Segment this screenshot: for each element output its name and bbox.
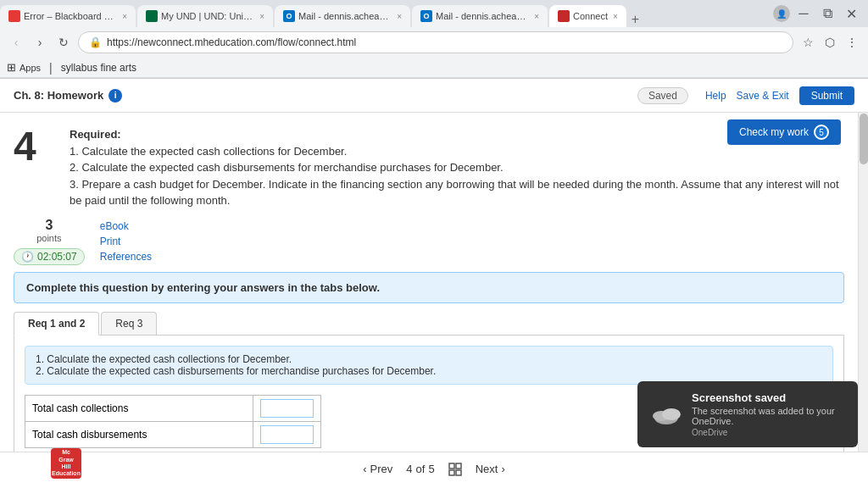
references-link[interactable]: References	[100, 251, 152, 263]
check-work-wrapper: Check my work 5	[727, 119, 841, 145]
submit-button[interactable]: Submit	[799, 86, 854, 105]
prev-chevron-icon: ‹	[363, 463, 366, 475]
ebook-link[interactable]: eBook	[100, 220, 129, 232]
svg-rect-0	[449, 463, 454, 469]
minimize-button[interactable]: ─	[793, 3, 814, 24]
tab-label-und: My UND | UND: Universi...	[161, 11, 254, 21]
user-icon[interactable]: 👤	[773, 5, 790, 22]
top-bar: Ch. 8: Homework i Saved Help Save & Exit…	[0, 79, 868, 113]
meta-row: 3 points 🕐 02:05:07 eBook Print Referenc…	[0, 218, 858, 272]
prev-page-label: Prev	[370, 463, 393, 475]
bookmark-apps[interactable]: ⊞ Apps	[7, 61, 41, 74]
menu-btn[interactable]: ⋮	[843, 33, 861, 52]
restore-button[interactable]: ⧉	[817, 3, 837, 24]
table-row-disbursements: Total cash disbursements	[25, 421, 321, 447]
reload-button[interactable]: ↻	[54, 33, 73, 52]
grid-icon	[448, 463, 462, 476]
bookmark-star[interactable]: ☆	[798, 33, 817, 52]
points-label: points	[14, 233, 85, 243]
instruction-box-text: Complete this question by entering your …	[26, 281, 380, 294]
req-instruction-2: 2. Calculate the expected cash disbursem…	[36, 365, 822, 377]
logo-text: McGrawHillEducation	[52, 449, 81, 478]
timer-icon: 🕐	[21, 251, 34, 263]
collections-input[interactable]	[260, 399, 314, 418]
tab-und[interactable]: My UND | UND: Universi... ×	[137, 5, 273, 27]
question-number: 4	[14, 126, 56, 209]
disbursements-input-cell[interactable]	[253, 421, 321, 447]
onedrive-notification: Screenshot saved The screenshot was adde…	[637, 381, 858, 447]
timer-value: 02:05:07	[37, 251, 77, 263]
collections-input-cell[interactable]	[253, 395, 321, 421]
onedrive-svg	[651, 399, 682, 430]
save-exit-link[interactable]: Save & Exit	[737, 90, 789, 102]
help-link[interactable]: Help	[705, 90, 726, 102]
print-link[interactable]: Print	[100, 236, 121, 247]
check-work-button[interactable]: Check my work 5	[727, 119, 841, 145]
back-button[interactable]: ‹	[7, 33, 25, 52]
chapter-title-text: Ch. 8: Homework	[14, 89, 103, 102]
svg-point-6	[662, 408, 681, 420]
collections-label: Total cash collections	[25, 395, 253, 421]
address-bar-row: ‹ › ↻ 🔒 https://newconnect.mheducation.c…	[0, 27, 868, 58]
prev-page-button[interactable]: ‹ Prev	[363, 463, 392, 475]
tab-close-mail2[interactable]: ×	[534, 12, 539, 21]
tab-mail2[interactable]: O Mail - dennis.acheampon... ×	[412, 5, 548, 27]
info-icon[interactable]: i	[108, 89, 122, 103]
svg-rect-2	[449, 470, 454, 475]
syllabus-bookmark[interactable]: syllabus fine arts	[61, 62, 136, 74]
tab-icon-error	[8, 10, 20, 22]
chapter-title: Ch. 8: Homework i	[14, 89, 122, 103]
next-page-button[interactable]: Next ›	[476, 463, 505, 475]
scrollbar-thumb[interactable]	[860, 114, 868, 164]
check-work-label: Check my work	[739, 126, 809, 138]
tab-connect[interactable]: Connect ×	[549, 5, 626, 27]
lock-icon: 🔒	[89, 36, 102, 48]
onedrive-icon	[651, 399, 682, 430]
top-actions: Help Save & Exit Submit	[705, 86, 854, 105]
tab-bar: Error – Blackboard Learn × My UND | UND:…	[0, 0, 868, 27]
tab-icon-und	[146, 10, 158, 22]
bottom-nav: ‹ Prev 4 of 5 Next ›	[363, 463, 504, 476]
tab-icon-mail2: O	[420, 10, 432, 22]
window-controls: 👤 ─ ⧉ ✕	[766, 0, 868, 27]
browser-actions: ☆ ⬡ ⋮	[798, 33, 861, 52]
tab-close-error[interactable]: ×	[122, 12, 127, 21]
timer: 🕐 02:05:07	[14, 248, 85, 265]
address-box[interactable]: 🔒 https://newconnect.mheducation.com/flo…	[78, 31, 793, 53]
address-text: https://newconnect.mheducation.com/flow/…	[107, 36, 356, 48]
scrollbar-track[interactable]	[858, 113, 868, 452]
tab-close-connect[interactable]: ×	[613, 12, 618, 21]
browser-chrome: Error – Blackboard Learn × My UND | UND:…	[0, 0, 868, 79]
instruction-1: 1. Calculate the expected cash collectio…	[70, 143, 844, 160]
close-button[interactable]: ✕	[841, 3, 861, 24]
svg-rect-1	[456, 463, 461, 469]
sidebar-links: eBook Print References	[93, 220, 844, 263]
new-tab-btn[interactable]: +	[632, 12, 639, 27]
tab-error[interactable]: Error – Blackboard Learn ×	[0, 5, 136, 27]
tab-label-mail1: Mail - dennis.acheampon...	[298, 11, 392, 21]
tab-req1and2[interactable]: Req 1 and 2	[14, 312, 99, 336]
table-row-collections: Total cash collections	[25, 395, 321, 421]
tab-close-und[interactable]: ×	[259, 12, 264, 21]
grid-view-button[interactable]	[448, 463, 462, 476]
tab-close-mail1[interactable]: ×	[397, 12, 402, 21]
tab-mail1[interactable]: O Mail - dennis.acheampon... ×	[275, 5, 410, 27]
notification-body: The screenshot was added to your OneDriv…	[692, 406, 844, 426]
notification-content: Screenshot saved The screenshot was adde…	[692, 391, 844, 437]
req-instruction-box: 1. Calculate the expected cash collectio…	[25, 346, 833, 385]
instruction-box: Complete this question by entering your …	[14, 272, 844, 303]
tabs-header: Req 1 and 2 Req 3	[14, 312, 844, 336]
extension-btn[interactable]: ⬡	[821, 33, 839, 52]
disbursements-input[interactable]	[260, 425, 314, 444]
tab-icon-mail1: O	[283, 10, 295, 22]
tab-label-mail2: Mail - dennis.acheampon...	[436, 11, 529, 21]
required-label: Required:	[70, 128, 121, 141]
forward-button[interactable]: ›	[31, 33, 49, 52]
tab-req3[interactable]: Req 3	[101, 312, 157, 335]
mcgraw-hill-logo: McGrawHillEducation	[51, 448, 81, 479]
points-section: 3 points 🕐 02:05:07	[14, 218, 85, 265]
check-badge: 5	[814, 125, 829, 140]
tab-icon-connect	[558, 10, 570, 22]
saved-badge: Saved	[637, 87, 688, 104]
bookmark-divider: |	[49, 61, 53, 75]
